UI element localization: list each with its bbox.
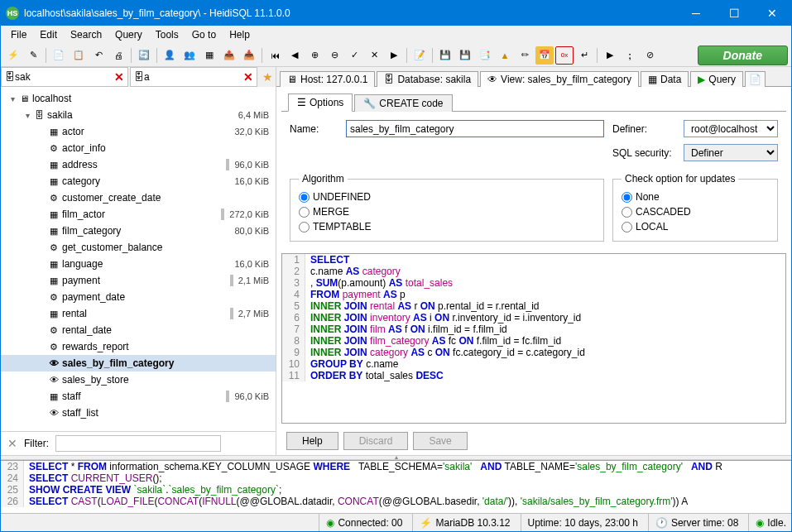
tool-prev-icon[interactable]: ◀ <box>286 46 304 65</box>
tree-item-rental[interactable]: ▦ rental 2,7 MiB <box>1 305 276 322</box>
tool-export-icon[interactable]: 📤 <box>220 46 238 65</box>
tool-add-icon[interactable]: ⊕ <box>305 46 324 65</box>
session-tab-2[interactable]: 🗄 a ✕ <box>130 67 257 87</box>
tab-data[interactable]: ▦Data <box>641 71 689 87</box>
checkopt-cascaded-radio[interactable] <box>622 207 632 218</box>
favorite-icon[interactable]: ★ <box>259 67 276 87</box>
titlebar[interactable]: HS localhost\sakila\sales_by_film_catego… <box>1 1 791 26</box>
session-tab-1[interactable]: 🗄 sak ✕ <box>1 67 128 87</box>
tree-item-get_customer_balance[interactable]: ⚙ get_customer_balance <box>1 239 276 256</box>
tool-hex-icon[interactable]: 0x <box>555 46 574 65</box>
tool-undo-icon[interactable]: ↶ <box>89 46 108 65</box>
database-icon: 🗄 <box>384 74 394 85</box>
tool-format-icon[interactable]: ✏ <box>516 46 534 65</box>
maximize-button[interactable]: ☐ <box>715 1 753 26</box>
tree-item-size: 80,0 KiB <box>229 226 269 236</box>
menu-edit[interactable]: Edit <box>33 27 64 42</box>
tool-save-icon[interactable]: 💾 <box>436 46 454 65</box>
expand-icon[interactable]: ▾ <box>7 94 17 103</box>
tool-snippet-icon[interactable]: 📑 <box>476 46 494 65</box>
checkopt-local-radio[interactable] <box>622 222 632 232</box>
tree-item-category[interactable]: ▦ category 16,0 KiB <box>1 173 276 189</box>
splitter-handle[interactable]: ▴ <box>1 455 791 460</box>
tree-item-rewards_report[interactable]: ⚙ rewards_report <box>1 338 276 355</box>
menu-file[interactable]: File <box>4 27 33 42</box>
tool-users-icon[interactable]: 👥 <box>180 46 199 65</box>
tree-item-film_category[interactable]: ▦ film_category 80,0 KiB <box>1 223 276 239</box>
tool-import-icon[interactable]: 📥 <box>240 46 258 65</box>
sql-editor[interactable]: 1SELECT2c.name AS category3, SUM(p.amoun… <box>281 253 786 424</box>
tree-item-language[interactable]: ▦ language 16,0 KiB <box>1 256 276 272</box>
tool-paste-icon[interactable]: 📋 <box>70 46 88 65</box>
menu-tools[interactable]: Tools <box>149 27 185 42</box>
tool-ok-icon[interactable]: ✓ <box>345 46 363 65</box>
tool-run-icon[interactable]: ▶ <box>385 46 403 65</box>
filter-input[interactable] <box>55 435 221 452</box>
tool-copy-icon[interactable]: 📄 <box>50 46 68 65</box>
object-type-icon: ▦ <box>47 276 60 286</box>
tool-first-icon[interactable]: ⏮ <box>266 46 284 65</box>
tool-edit-icon[interactable]: ✎ <box>24 46 42 65</box>
clear-filter-icon[interactable]: ✕ <box>7 437 17 450</box>
algo-temptable-radio[interactable] <box>299 222 310 232</box>
close-icon[interactable]: ✕ <box>114 70 124 84</box>
subtab-create-code[interactable]: 🔧CREATE code <box>354 94 452 112</box>
tab-query[interactable]: ▶Query <box>690 71 743 87</box>
save-button[interactable]: Save <box>413 432 467 450</box>
tree-item-sales_by_store[interactable]: 👁 sales_by_store <box>1 371 276 388</box>
discard-button[interactable]: Discard <box>343 432 409 450</box>
tool-sql-icon[interactable]: 📝 <box>410 46 429 65</box>
tool-cancel-icon[interactable]: ✕ <box>365 46 383 65</box>
tree-item-rental_date[interactable]: ⚙ rental_date <box>1 322 276 338</box>
tab-database[interactable]: 🗄Database: sakila <box>377 71 478 87</box>
tree-item-actor_info[interactable]: ⚙ actor_info <box>1 140 276 156</box>
tool-remove-icon[interactable]: ⊖ <box>325 46 343 65</box>
tree-item-address[interactable]: ▦ address 96,0 KiB <box>1 156 276 173</box>
tool-saveall-icon[interactable]: 💾 <box>456 46 474 65</box>
tree-item-film_actor[interactable]: ▦ film_actor 272,0 KiB <box>1 206 276 223</box>
checkopt-none-radio[interactable] <box>622 192 632 203</box>
help-button[interactable]: Help <box>286 432 338 450</box>
menu-goto[interactable]: Go to <box>185 27 223 42</box>
minimize-button[interactable]: ─ <box>677 1 715 26</box>
close-icon[interactable]: ✕ <box>243 70 253 84</box>
tree-item-customer_create_date[interactable]: ⚙ customer_create_date <box>1 189 276 206</box>
tool-semicolon-icon[interactable]: ; <box>621 46 639 65</box>
menu-search[interactable]: Search <box>64 27 108 42</box>
tree-item-sakila[interactable]: ▾ 🗄 sakila 6,4 MiB <box>1 107 276 123</box>
tree-item-actor[interactable]: ▦ actor 32,0 KiB <box>1 123 276 140</box>
subtab-options[interactable]: ☰Options <box>288 93 353 112</box>
tool-calendar-icon[interactable]: 📅 <box>535 46 554 65</box>
tree-item-staff_list[interactable]: 👁 staff_list <box>1 405 276 421</box>
tree-item-payment_date[interactable]: ⚙ payment_date <box>1 289 276 305</box>
tree-item-payment[interactable]: ▦ payment 2,1 MiB <box>1 272 276 289</box>
tree-item-staff[interactable]: ▦ staff 96,0 KiB <box>1 388 276 405</box>
name-input[interactable] <box>346 120 604 137</box>
expand-icon[interactable]: ▾ <box>22 111 32 120</box>
tool-wrap-icon[interactable]: ↵ <box>575 46 593 65</box>
sql-security-select[interactable]: Definer <box>684 144 778 161</box>
tool-connect-icon[interactable]: ⚡ <box>4 46 22 65</box>
algo-merge-radio[interactable] <box>299 207 310 218</box>
algo-undefined-radio[interactable] <box>299 192 310 203</box>
object-tree[interactable]: ▾ 🖥 localhost ▾ 🗄 sakila 6,4 MiB ▦ actor… <box>1 87 276 431</box>
tab-host[interactable]: 🖥Host: 127.0.0.1 <box>280 71 375 87</box>
session-tab-label: a <box>144 71 150 83</box>
tree-item-localhost[interactable]: ▾ 🖥 localhost <box>1 90 276 107</box>
tool-highlight-icon[interactable]: ▲ <box>496 46 514 65</box>
tab-new[interactable]: 📄 <box>745 71 766 87</box>
tool-next-icon[interactable]: ▶ <box>601 46 619 65</box>
definer-select[interactable]: root@localhost <box>684 120 778 137</box>
tool-stop-icon[interactable]: ⊘ <box>641 46 659 65</box>
tool-refresh-icon[interactable]: 🔄 <box>135 46 153 65</box>
menu-query[interactable]: Query <box>108 27 149 42</box>
tool-table-icon[interactable]: ▦ <box>200 46 218 65</box>
sql-log[interactable]: 23SELECT * FROM information_schema.KEY_C… <box>1 460 791 513</box>
close-button[interactable]: ✕ <box>753 1 791 26</box>
donate-button[interactable]: Donate <box>698 46 788 65</box>
menu-help[interactable]: Help <box>223 27 257 42</box>
tab-view[interactable]: 👁View: sales_by_film_category <box>480 71 639 87</box>
tool-user-icon[interactable]: 👤 <box>161 46 179 65</box>
tree-item-sales_by_film_category[interactable]: 👁 sales_by_film_category <box>1 355 276 371</box>
tool-print-icon[interactable]: 🖨 <box>109 46 127 65</box>
